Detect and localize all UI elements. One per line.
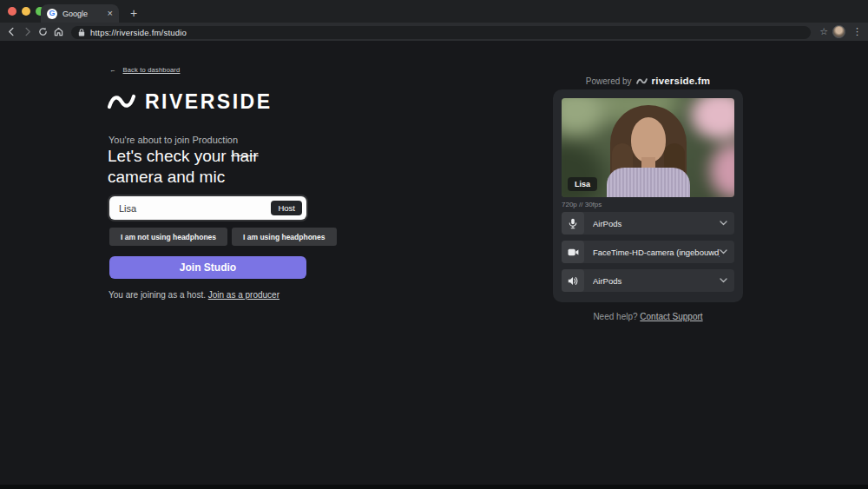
- tab-title: Google: [62, 10, 102, 18]
- display-name-field-wrap: Host: [109, 196, 306, 220]
- lock-icon: [78, 29, 85, 36]
- speaker-device-label: AirPods: [593, 276, 720, 286]
- riverside-logo: RIVERSIDE: [107, 89, 272, 114]
- profile-avatar[interactable]: [832, 25, 845, 38]
- camera-icon: [562, 241, 584, 263]
- riverside-wave-small-icon: [636, 76, 648, 86]
- chevron-down-icon: [720, 249, 727, 254]
- new-tab-button[interactable]: +: [126, 5, 141, 21]
- join-studio-button[interactable]: Join Studio: [109, 256, 306, 279]
- join-subtitle: You're about to join Production: [108, 135, 238, 145]
- bookmark-star-icon[interactable]: ☆: [819, 26, 828, 37]
- close-window-button[interactable]: [8, 7, 16, 16]
- display-name-input[interactable]: [119, 203, 271, 214]
- page-title: Let's check your hair camera and mic: [108, 146, 314, 188]
- using-headphones-button[interactable]: I am using headphones: [232, 228, 336, 246]
- home-icon[interactable]: [50, 25, 66, 38]
- not-using-headphones-button[interactable]: I am not using headphones: [109, 228, 227, 246]
- participant-name-badge: Lisa: [568, 177, 597, 191]
- camera-select[interactable]: FaceTime-HD-camera (ingebouwd) (...: [562, 241, 734, 263]
- browser-tab-strip: G Google × +: [0, 0, 868, 23]
- reload-icon[interactable]: [35, 25, 50, 38]
- url-text: https://riverside.fm/studio: [90, 28, 187, 37]
- help-note: Need help? Contact Support: [553, 312, 743, 321]
- joining-role-note: You are joining as a host. Join as a pro…: [108, 290, 279, 300]
- strikethrough-word: hair: [231, 147, 259, 165]
- browser-tab[interactable]: G Google ×: [41, 4, 119, 23]
- contact-support-link[interactable]: Contact Support: [640, 312, 702, 321]
- toolbar-right: ☆ ⋮: [819, 23, 865, 41]
- microphone-select[interactable]: AirPods: [562, 212, 734, 235]
- join-as-producer-link[interactable]: Join as a producer: [208, 290, 279, 300]
- device-check-card: Lisa 720p // 30fps AirPods FaceTime-HD-c…: [553, 89, 743, 302]
- forward-icon[interactable]: [19, 25, 35, 38]
- camera-device-label: FaceTime-HD-camera (ingebouwd) (...: [593, 248, 720, 257]
- powered-by: Powered by riverside.fm: [553, 76, 743, 86]
- host-role-badge: Host: [271, 201, 302, 215]
- video-quality-label: 720p // 30fps: [562, 201, 602, 208]
- browser-menu-icon[interactable]: ⋮: [850, 26, 865, 37]
- back-to-dashboard-link[interactable]: ← Back to dashboard: [109, 66, 180, 74]
- back-arrow-icon: ←: [109, 66, 116, 74]
- address-bar[interactable]: https://riverside.fm/studio: [71, 26, 811, 39]
- brand-text: riverside.fm: [652, 76, 711, 86]
- logo-text: RIVERSIDE: [145, 90, 272, 114]
- speaker-icon: [562, 269, 584, 292]
- microphone-device-label: AirPods: [593, 219, 720, 228]
- tab-close-icon[interactable]: ×: [108, 9, 113, 18]
- chevron-down-icon: [720, 221, 727, 226]
- google-favicon-icon: G: [47, 9, 57, 19]
- speaker-select[interactable]: AirPods: [562, 269, 734, 292]
- back-icon[interactable]: [3, 25, 19, 38]
- riverside-join-page: G Google × + https://riverside.fm/studio…: [0, 0, 868, 489]
- headphone-options: I am not using headphones I am using hea…: [109, 228, 337, 246]
- bottom-edge: [0, 485, 868, 489]
- microphone-icon: [562, 212, 584, 235]
- chevron-down-icon: [720, 278, 727, 283]
- riverside-wave-icon: [107, 89, 136, 114]
- camera-preview: Lisa: [562, 98, 734, 197]
- minimize-window-button[interactable]: [22, 7, 30, 16]
